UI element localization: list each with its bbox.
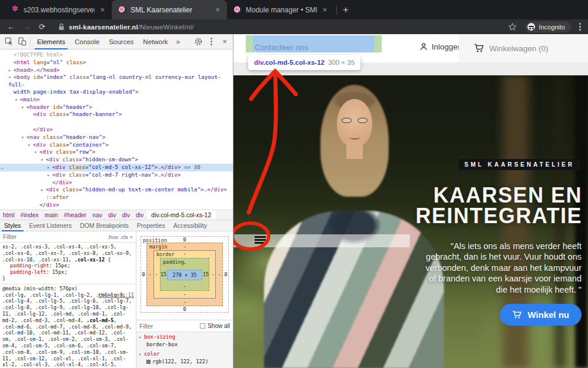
tree-arrow-icon[interactable]: ▸ <box>47 164 52 171</box>
dom-line[interactable]: ▾<nav class="header-nav"> <box>0 134 233 141</box>
show-all-checkbox[interactable] <box>200 323 205 329</box>
styles-filter-input[interactable] <box>3 233 108 240</box>
tree-arrow-icon[interactable]: ▸ <box>41 187 46 194</box>
computed-property-name[interactable]: ▸box-sizing <box>136 332 233 341</box>
dom-line[interactable]: </div> <box>0 201 233 209</box>
devtools-tab-network[interactable]: Network <box>138 34 172 49</box>
tree-arrow-icon[interactable]: ▸ <box>47 172 52 179</box>
devtools-settings-icon[interactable] <box>193 37 203 47</box>
stylesheet-link[interactable]: theme.css:11 <box>98 292 134 299</box>
shop-now-button[interactable]: Winkel nu <box>500 304 582 326</box>
devtools-tab-console[interactable]: Console <box>70 34 104 49</box>
tree-arrow-icon[interactable]: ▸ <box>8 67 14 74</box>
tree-arrow-icon[interactable]: ▸ <box>139 351 144 358</box>
bookmark-star-icon[interactable] <box>508 22 517 31</box>
tree-arrow-icon[interactable]: ▸ <box>139 334 144 341</box>
dom-line[interactable]: <!DOCTYPE html> <box>0 51 233 59</box>
property-name: padding-right <box>10 263 49 268</box>
dom-line[interactable]: ▾<div class="row"> <box>0 148 233 156</box>
tree-arrow-icon[interactable]: ▾ <box>8 74 14 81</box>
computed-filter-input[interactable] <box>139 323 200 330</box>
tree-arrow-icon[interactable]: ▾ <box>34 149 39 156</box>
inspect-element-icon[interactable] <box>2 36 15 48</box>
breadcrumb-item[interactable]: div <box>119 211 132 218</box>
breadcrumb-item[interactable]: #header <box>61 211 90 218</box>
address-bar[interactable]: sml-kaarsenatelier.nl/NieuweWinkel/nl/ <box>54 21 500 33</box>
dom-line[interactable]: ▸<div class="col-md-7 right-nav">…</div> <box>0 171 233 179</box>
sidebar-tab-accessibility[interactable]: Accessibility <box>169 220 211 231</box>
dom-line[interactable]: </div> <box>0 179 233 187</box>
browser-tab[interactable]: s203.webhostingserver.nl - Di× <box>5 0 112 19</box>
dom-token: </div> <box>161 164 181 170</box>
login-link[interactable]: Inloggen <box>419 42 462 51</box>
browser-tab[interactable]: Module manager • SML Kaars× <box>227 0 334 19</box>
dom-line[interactable]: ▸<div class="hidden-md-up text-sm-center… <box>0 186 233 194</box>
reload-icon[interactable]: ⟳ <box>39 23 45 31</box>
computed-property-name[interactable]: ▸color <box>136 349 233 358</box>
tree-arrow-icon[interactable]: ▾ <box>15 97 20 104</box>
tree-arrow-icon[interactable]: ▾ <box>21 104 26 111</box>
css-rule[interactable]: xs-2, .col-xs-3, .col-xs-4, .col-xs-5, .… <box>0 243 136 284</box>
hov-cls-controls[interactable]: :hov .cls + <box>108 234 133 240</box>
dom-line[interactable]: …▸<div class="col-md-5 col-xs-12">…</div… <box>0 164 233 171</box>
forward-icon[interactable]: → <box>23 23 31 31</box>
sidebar-tab-properties[interactable]: Properties <box>133 220 169 231</box>
dom-line[interactable]: width page-index tax-display-enabled"> <box>0 88 233 96</box>
breadcrumb-item-active[interactable]: div.col-md-5.col-xs-12 <box>146 210 216 220</box>
sidebar-tab-event-listeners[interactable]: Event Listeners <box>25 220 76 231</box>
tree-arrow-icon[interactable]: ▾ <box>41 157 46 164</box>
back-icon[interactable]: ← <box>7 23 15 31</box>
dom-line[interactable]: ▾<div class="container"> <box>0 141 233 149</box>
breadcrumb-item[interactable]: main <box>42 211 61 218</box>
tab-close-icon[interactable]: × <box>321 6 328 14</box>
device-toolbar-icon[interactable] <box>15 36 28 48</box>
dom-line[interactable]: ▾<body id="index" class="lang-nl country… <box>0 74 233 88</box>
css-rules-list[interactable]: xs-2, .col-xs-3, .col-xs-4, .col-xs-5, .… <box>0 243 136 368</box>
css-property[interactable]: padding-left: 15px; <box>2 269 133 276</box>
cart-link[interactable]: Winkelwagen (0) <box>459 34 588 62</box>
dom-tree[interactable]: <!DOCTYPE html> <html lang="nl" class>▸<… <box>0 49 233 210</box>
css-property[interactable]: padding-right: 15px; <box>2 263 133 269</box>
hamburger-menu-icon[interactable] <box>255 236 266 246</box>
url-text[interactable]: sml-kaarsenatelier.nl/NieuweWinkel/nl/ <box>69 24 194 31</box>
dom-line[interactable]: ::after <box>0 209 233 210</box>
tab-close-icon[interactable]: × <box>99 6 106 14</box>
css-rule[interactable]: theme.css:11@media (min-width: 576px).co… <box>0 284 136 368</box>
tree-arrow-icon[interactable]: ▾ <box>28 142 33 149</box>
tab-close-icon[interactable]: × <box>214 6 221 14</box>
devtools-menu-icon[interactable] <box>205 36 218 48</box>
tree-arrow-icon[interactable]: ▾ <box>21 134 26 141</box>
dom-token: > <box>83 59 86 65</box>
breadcrumb-item[interactable]: #index <box>18 211 42 218</box>
devtools-tab-elements[interactable]: Elements <box>32 34 70 49</box>
breadcrumb-item[interactable]: html <box>0 211 18 218</box>
devtools-tab-sources[interactable]: Sources <box>104 34 138 49</box>
dom-line[interactable]: ▾<main> <box>0 96 233 104</box>
breadcrumb-item[interactable]: div <box>105 211 119 218</box>
new-tab-button[interactable]: + <box>343 4 349 16</box>
breadcrumb-item[interactable]: nav <box>89 211 105 218</box>
show-all-toggle[interactable]: Show all <box>200 323 230 329</box>
more-panels-icon[interactable]: » <box>173 38 184 46</box>
sidebar-tab-dom-breakpoints[interactable]: DOM Breakpoints <box>76 220 133 231</box>
tree-arrow-icon <box>47 180 52 187</box>
dom-line[interactable] <box>0 118 233 126</box>
dom-line[interactable]: ▾<header id="header"> <box>0 104 233 111</box>
computed-properties-list[interactable]: ▸box-sizingborder-box▸colorrgb(122, 122,… <box>136 332 233 368</box>
devtools-close-icon[interactable]: × <box>219 37 230 46</box>
dom-line[interactable]: <html lang="nl" class> <box>0 59 233 67</box>
dom-line[interactable]: ::after <box>0 194 233 201</box>
dom-line-gutter: … <box>1 164 4 171</box>
browser-menu-icon[interactable] <box>579 23 581 31</box>
dom-line[interactable]: </div> <box>0 126 233 134</box>
sidebar-tab-styles[interactable]: Styles <box>0 220 25 231</box>
browser-tab[interactable]: SML Kaarsenatelier× <box>112 0 227 19</box>
tree-arrow-icon <box>28 119 33 126</box>
dom-token: <main> <box>20 96 40 102</box>
breadcrumb-item[interactable]: div <box>133 211 146 218</box>
dom-line[interactable]: <div class="header-banner"> <box>0 111 233 118</box>
tree-arrow-icon <box>8 59 14 67</box>
dom-line[interactable]: ▸<head>…</head> <box>0 67 233 74</box>
tooltip-tag: div <box>254 59 263 66</box>
dom-line[interactable]: ▾<div class="hidden-sm-down"> <box>0 156 233 164</box>
